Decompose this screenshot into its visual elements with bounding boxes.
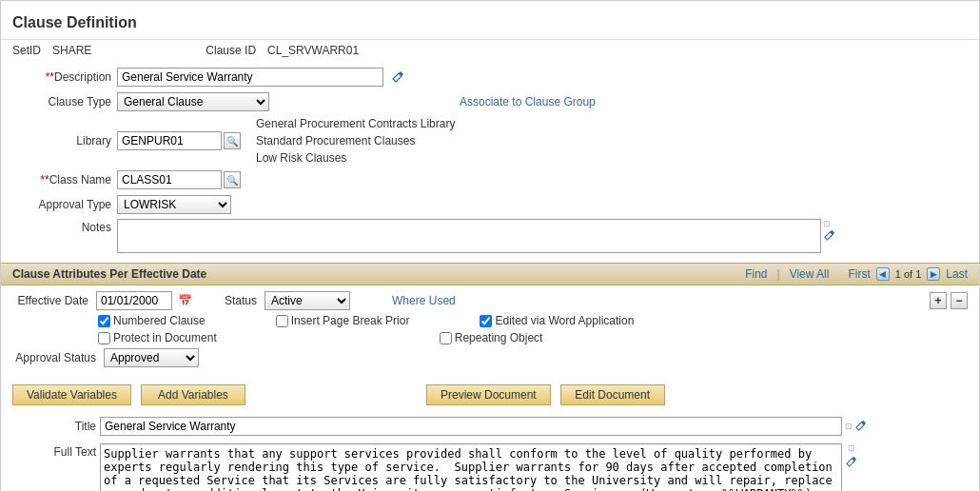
library-item-3: Low Risk Clauses: [256, 150, 455, 166]
header-row: SetID SHARE Clause ID CL_SRVWARR01: [1, 40, 979, 61]
edit-document-btn[interactable]: Edit Document: [560, 384, 665, 405]
library-row: Library 🔍 General Procurement Contracts …: [12, 116, 968, 166]
where-used-link[interactable]: Where Used: [392, 294, 456, 307]
description-icons: [387, 69, 404, 86]
notes-row: Notes ⊡: [12, 219, 968, 253]
view-all-link[interactable]: View All: [790, 267, 830, 281]
protect-in-document-checkbox[interactable]: [98, 332, 110, 344]
effective-date-label: Effective Date: [12, 294, 88, 307]
protect-in-document-label[interactable]: Protect in Document: [98, 331, 217, 344]
prev-arrow[interactable]: ◀: [876, 267, 890, 281]
clause-type-select[interactable]: General Clause: [117, 92, 269, 111]
clause-id-value: CL_SRVWARR01: [267, 44, 359, 57]
find-link[interactable]: Find: [745, 267, 767, 281]
title-label: Title: [12, 420, 96, 433]
setid-field: SetID SHARE: [12, 44, 91, 57]
validate-variables-btn[interactable]: Validate Variables: [12, 384, 131, 405]
library-item-2: Standard Procurement Clauses: [256, 133, 455, 148]
fulltext-resize-icon: ⊡: [848, 443, 855, 453]
full-text-label: Full Text: [12, 443, 96, 459]
notes-label: Notes: [12, 219, 117, 234]
associate-to-clause-group-link[interactable]: Associate to Clause Group: [460, 95, 596, 108]
notes-textarea[interactable]: [117, 219, 821, 253]
add-remove-btns: + −: [930, 292, 968, 309]
status-select[interactable]: Active Inactive: [265, 291, 350, 310]
checkboxes-row-2: Protect in Document Repeating Object: [98, 331, 968, 344]
page-title: Clause Definition: [12, 9, 968, 35]
description-edit-icon[interactable]: [391, 69, 404, 86]
approval-status-select[interactable]: Approved Pending Denied: [104, 348, 199, 367]
insert-page-break-label[interactable]: Insert Page Break Prior: [276, 314, 410, 327]
next-arrow[interactable]: ▶: [927, 267, 940, 281]
title-input[interactable]: [100, 417, 842, 436]
clause-type-label: Clause Type: [12, 95, 117, 108]
title-edit-icon[interactable]: [854, 419, 867, 434]
edited-via-word-label[interactable]: Edited via Word Application: [480, 314, 634, 327]
add-row-btn[interactable]: +: [930, 292, 947, 309]
numbered-clause-label[interactable]: Numbered Clause: [98, 314, 206, 327]
attributes-section-title: Clause Attributes Per Effective Date: [12, 267, 206, 281]
approval-type-label: Approval Type: [12, 198, 117, 211]
approval-type-row: Approval Type LOWRISK: [12, 194, 968, 215]
title-row: Title ⊡: [1, 413, 979, 440]
last-link[interactable]: Last: [946, 267, 968, 281]
page-container: Clause Definition SetID SHARE Clause ID …: [0, 0, 980, 491]
full-text-row: Full Text ⊡: [1, 440, 979, 491]
clause-type-row: Clause Type General Clause Associate to …: [12, 91, 968, 112]
clause-id-field: Clause ID CL_SRVWARR01: [206, 44, 359, 57]
library-item-1: General Procurement Contracts Library: [256, 116, 455, 131]
description-row: *Description: [12, 67, 968, 88]
description-label: *Description: [12, 70, 117, 84]
approval-status-row: Approval Status Approved Pending Denied: [12, 348, 968, 367]
section-nav: Find | View All First ◀ 1 of 1 ▶ Last: [745, 267, 968, 281]
main-form: *Description Clause Type General Clause …: [1, 61, 979, 263]
attributes-section-header: Clause Attributes Per Effective Date Fin…: [1, 263, 979, 285]
insert-page-break-checkbox[interactable]: [276, 315, 288, 327]
page-header: Clause Definition: [1, 1, 979, 40]
library-label: Library: [12, 134, 117, 147]
class-name-input[interactable]: [117, 170, 222, 189]
repeating-object-label[interactable]: Repeating Object: [440, 331, 543, 344]
clause-id-label: Clause ID: [206, 44, 256, 57]
nav-count: 1 of 1: [895, 268, 922, 280]
first-link[interactable]: First: [848, 267, 870, 281]
edited-via-word-checkbox[interactable]: [480, 315, 492, 327]
class-name-label: *Class Name: [12, 173, 117, 187]
repeating-object-checkbox[interactable]: [440, 332, 452, 344]
notes-resize-icon: ⊡: [823, 219, 835, 228]
numbered-clause-checkbox[interactable]: [98, 315, 110, 327]
setid-value: SHARE: [52, 44, 91, 57]
effective-date-input[interactable]: [96, 291, 172, 310]
library-input[interactable]: [117, 131, 222, 150]
remove-row-btn[interactable]: −: [951, 292, 968, 309]
fulltext-edit-icon[interactable]: [845, 455, 857, 470]
approval-status-label: Approval Status: [12, 351, 96, 364]
notes-edit-icon[interactable]: [823, 228, 835, 244]
approval-type-select[interactable]: LOWRISK: [117, 195, 231, 214]
calendar-icon[interactable]: 📅: [178, 294, 192, 307]
library-items: General Procurement Contracts Library St…: [256, 116, 455, 166]
title-resize-icon: ⊡: [845, 422, 853, 431]
preview-document-btn[interactable]: Preview Document: [426, 384, 551, 405]
full-text-textarea[interactable]: [100, 443, 842, 491]
checkboxes-row: Numbered Clause Insert Page Break Prior …: [98, 314, 968, 327]
class-name-search-icon[interactable]: 🔍: [224, 171, 241, 188]
action-buttons-row: Validate Variables Add Variables Preview…: [1, 377, 979, 413]
add-variables-btn[interactable]: Add Variables: [141, 384, 245, 405]
setid-label: SetID: [12, 44, 41, 57]
attributes-section: Effective Date 📅 Status Active Inactive …: [1, 285, 979, 377]
class-name-row: *Class Name 🔍: [12, 169, 968, 190]
description-input[interactable]: [117, 68, 383, 87]
status-label: Status: [225, 294, 257, 307]
library-search-icon[interactable]: 🔍: [224, 132, 241, 149]
effective-date-row: Effective Date 📅 Status Active Inactive …: [12, 291, 968, 310]
